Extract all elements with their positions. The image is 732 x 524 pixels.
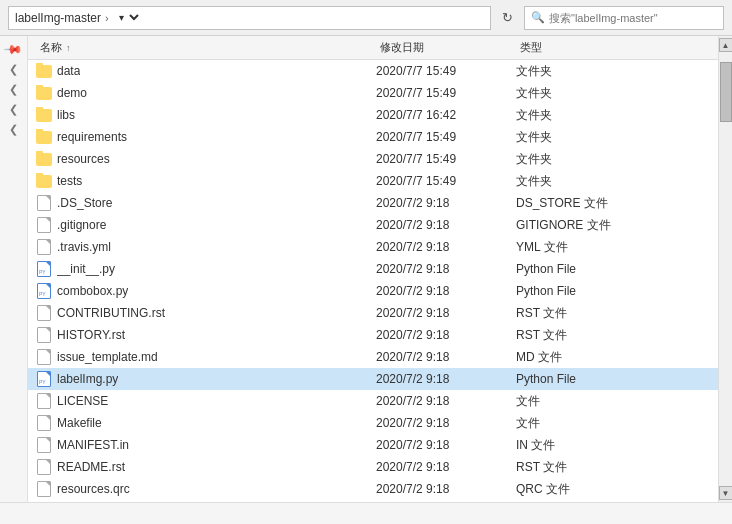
table-row[interactable]: demo 2020/7/7 15:49 文件夹 xyxy=(28,82,718,104)
file-name: __init__.py xyxy=(57,262,115,276)
folder-icon xyxy=(36,63,52,79)
file-type-cell: RST 文件 xyxy=(516,327,718,344)
file-name-cell: PY __init__.py xyxy=(36,261,376,277)
file-date-cell: 2020/7/7 15:49 xyxy=(376,152,516,166)
folder-icon xyxy=(36,65,52,78)
column-type-header[interactable]: 类型 xyxy=(516,38,718,57)
table-row[interactable]: .gitignore 2020/7/2 9:18 GITIGNORE 文件 xyxy=(28,214,718,236)
scroll-up-button[interactable]: ▲ xyxy=(719,38,733,52)
file-name-cell: CONTRIBUTING.rst xyxy=(36,305,376,321)
sidebar-pin-3[interactable]: ❮ xyxy=(4,80,24,98)
table-row[interactable]: Makefile 2020/7/2 9:18 文件 xyxy=(28,412,718,434)
arrow-icon-1: ❮ xyxy=(9,63,18,76)
column-date-header[interactable]: 修改日期 xyxy=(376,38,516,57)
file-name: CONTRIBUTING.rst xyxy=(57,306,165,320)
table-row[interactable]: .DS_Store 2020/7/2 9:18 DS_STORE 文件 xyxy=(28,192,718,214)
file-name: data xyxy=(57,64,80,78)
file-type-cell: 文件夹 xyxy=(516,63,718,80)
file-date-cell: 2020/7/7 16:42 xyxy=(376,108,516,122)
file-date-cell: 2020/7/7 15:49 xyxy=(376,130,516,144)
file-icon xyxy=(36,217,52,233)
file-icon xyxy=(36,459,52,475)
file-type-cell: 文件夹 xyxy=(516,151,718,168)
file-date-cell: 2020/7/2 9:18 xyxy=(376,306,516,320)
breadcrumb-item: labelImg-master xyxy=(15,11,101,25)
table-row[interactable]: PY __init__.py 2020/7/2 9:18 Python File xyxy=(28,258,718,280)
table-row[interactable]: CONTRIBUTING.rst 2020/7/2 9:18 RST 文件 xyxy=(28,302,718,324)
table-row[interactable]: MANIFEST.in 2020/7/2 9:18 IN 文件 xyxy=(28,434,718,456)
breadcrumb-dropdown[interactable]: ▾ xyxy=(113,11,142,24)
left-sidebar: 📌 ❮ ❮ ❮ ❮ xyxy=(0,36,28,502)
file-icon xyxy=(36,327,52,343)
content-area: 📌 ❮ ❮ ❮ ❮ 名称 ↑ 修 xyxy=(0,36,732,502)
file-name-cell: .travis.yml xyxy=(36,239,376,255)
column-name-header[interactable]: 名称 ↑ xyxy=(36,38,376,57)
table-row[interactable]: libs 2020/7/7 16:42 文件夹 xyxy=(28,104,718,126)
pin-icon-1: 📌 xyxy=(3,39,24,60)
file-name-cell: resources.qrc xyxy=(36,481,376,497)
file-icon xyxy=(36,305,52,321)
arrow-icon-2: ❮ xyxy=(9,83,18,96)
file-name: requirements xyxy=(57,130,127,144)
table-row[interactable]: resources.qrc 2020/7/2 9:18 QRC 文件 xyxy=(28,478,718,500)
file-name: .travis.yml xyxy=(57,240,111,254)
sidebar-pin-4[interactable]: ❮ xyxy=(4,100,24,118)
file-date-cell: 2020/7/7 15:49 xyxy=(376,174,516,188)
file-type-cell: YML 文件 xyxy=(516,239,718,256)
table-row[interactable]: issue_template.md 2020/7/2 9:18 MD 文件 xyxy=(28,346,718,368)
sidebar-pin-5[interactable]: ❮ xyxy=(4,120,24,138)
file-name-cell: .DS_Store xyxy=(36,195,376,211)
table-row[interactable]: PY labelImg.py 2020/7/2 9:18 Python File xyxy=(28,368,718,390)
file-name: .gitignore xyxy=(57,218,106,232)
file-type-cell: Python File xyxy=(516,372,718,386)
folder-icon xyxy=(36,109,52,122)
table-row[interactable]: .travis.yml 2020/7/2 9:18 YML 文件 xyxy=(28,236,718,258)
file-icon xyxy=(36,393,52,409)
table-row[interactable]: PY combobox.py 2020/7/2 9:18 Python File xyxy=(28,280,718,302)
refresh-button[interactable]: ↻ xyxy=(497,7,518,28)
table-row[interactable]: data 2020/7/7 15:49 文件夹 xyxy=(28,60,718,82)
file-date-cell: 2020/7/2 9:18 xyxy=(376,372,516,386)
folder-icon xyxy=(36,85,52,101)
file-date-cell: 2020/7/7 15:49 xyxy=(376,64,516,78)
python-icon: PY xyxy=(36,371,52,387)
breadcrumb[interactable]: labelImg-master › ▾ xyxy=(8,6,491,30)
file-type-cell: 文件夹 xyxy=(516,173,718,190)
folder-icon xyxy=(36,153,52,166)
file-name: libs xyxy=(57,108,75,122)
file-name-cell: MANIFEST.in xyxy=(36,437,376,453)
file-name-cell: .gitignore xyxy=(36,217,376,233)
file-name: labelImg.py xyxy=(57,372,118,386)
scroll-track[interactable] xyxy=(719,52,732,486)
file-type-cell: 文件 xyxy=(516,393,718,410)
column-date-label: 修改日期 xyxy=(380,41,424,53)
file-icon xyxy=(36,195,52,211)
file-name: issue_template.md xyxy=(57,350,158,364)
file-name-cell: resources xyxy=(36,151,376,167)
sort-arrow-icon: ↑ xyxy=(66,43,71,53)
file-name-cell: issue_template.md xyxy=(36,349,376,365)
table-row[interactable]: LICENSE 2020/7/2 9:18 文件 xyxy=(28,390,718,412)
file-name: HISTORY.rst xyxy=(57,328,125,342)
search-input[interactable] xyxy=(549,12,699,24)
table-row[interactable]: README.rst 2020/7/2 9:18 RST 文件 xyxy=(28,456,718,478)
file-date-cell: 2020/7/2 9:18 xyxy=(376,196,516,210)
search-icon: 🔍 xyxy=(531,11,545,24)
sidebar-pin-2[interactable]: ❮ xyxy=(4,60,24,78)
file-name-cell: tests xyxy=(36,173,376,189)
file-date-cell: 2020/7/2 9:18 xyxy=(376,350,516,364)
python-icon: PY xyxy=(36,283,52,299)
explorer-window: labelImg-master › ▾ ↻ 🔍 📌 ❮ ❮ ❮ xyxy=(0,0,732,524)
sidebar-pin-1[interactable]: 📌 xyxy=(4,40,24,58)
file-name: Makefile xyxy=(57,416,102,430)
table-row[interactable]: tests 2020/7/7 15:49 文件夹 xyxy=(28,170,718,192)
file-type-cell: Python File xyxy=(516,284,718,298)
table-row[interactable]: requirements 2020/7/7 15:49 文件夹 xyxy=(28,126,718,148)
table-row[interactable]: resources 2020/7/7 15:49 文件夹 xyxy=(28,148,718,170)
scroll-down-button[interactable]: ▼ xyxy=(719,486,733,500)
file-name-cell: PY combobox.py xyxy=(36,283,376,299)
scroll-thumb[interactable] xyxy=(720,62,732,122)
file-name-cell: README.rst xyxy=(36,459,376,475)
table-row[interactable]: HISTORY.rst 2020/7/2 9:18 RST 文件 xyxy=(28,324,718,346)
file-type-cell: DS_STORE 文件 xyxy=(516,195,718,212)
